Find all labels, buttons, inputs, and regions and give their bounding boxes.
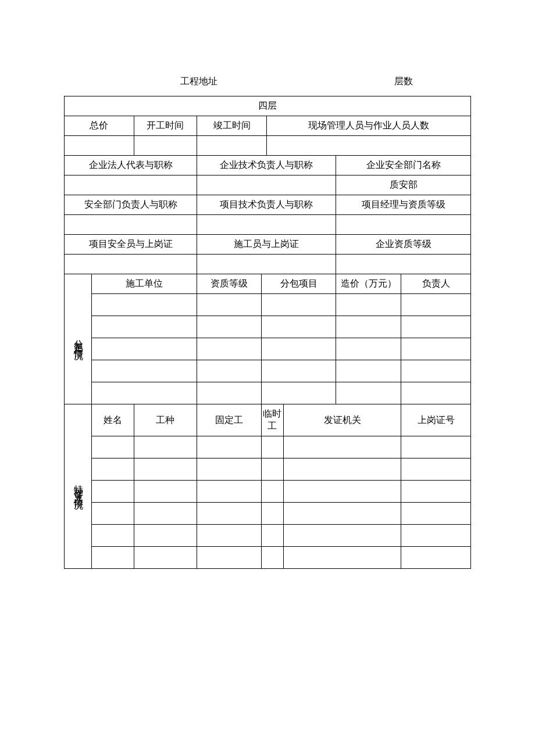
address-label: 工程地址 bbox=[180, 76, 217, 88]
main-form-table: 四层 总价 开工时间 竣工时间 现场管理人员与作业人员人数 企业法人代表与职称 … bbox=[64, 96, 471, 569]
safety-lead-label: 安全部门负责人与职称 bbox=[65, 195, 197, 215]
total-price-value bbox=[65, 136, 134, 156]
proj-mgr-value bbox=[336, 215, 471, 235]
personnel-label: 现场管理人员与作业人员人数 bbox=[267, 116, 471, 136]
tech-lead-value bbox=[197, 175, 336, 195]
sp-name-header: 姓名 bbox=[92, 404, 134, 436]
header-above-table: 工程地址 层数 bbox=[64, 76, 471, 93]
floors-label: 层数 bbox=[394, 76, 413, 88]
constructor-label: 施工员与上岗证 bbox=[197, 235, 336, 255]
special-row bbox=[65, 481, 471, 503]
sub-person-header: 负责人 bbox=[401, 274, 471, 294]
sub-qual-header: 资质等级 bbox=[197, 274, 262, 294]
sp-fixed-header: 固定工 bbox=[197, 404, 262, 436]
special-row bbox=[65, 525, 471, 547]
subcontract-row bbox=[65, 316, 471, 338]
corp-qual-label: 企业资质等级 bbox=[336, 235, 471, 255]
safety-dept-value: 质安部 bbox=[336, 175, 471, 195]
proj-tech-label: 项目技术负责人与职称 bbox=[197, 195, 336, 215]
sub-unit-header: 施工单位 bbox=[92, 274, 197, 294]
legal-rep-value bbox=[65, 175, 197, 195]
completion-date-value bbox=[197, 136, 267, 156]
sp-agency-header: 发证机关 bbox=[283, 404, 401, 436]
sub-project-header: 分包项目 bbox=[261, 274, 336, 294]
special-row bbox=[65, 436, 471, 458]
completion-date-label: 竣工时间 bbox=[197, 116, 267, 136]
sub-cost-header: 造价（万元） bbox=[336, 274, 401, 294]
constructor-value bbox=[197, 255, 336, 274]
legal-rep-label: 企业法人代表与职称 bbox=[65, 156, 197, 175]
subcontract-section-label: 分包工程情况 bbox=[65, 274, 92, 404]
total-price-label: 总价 bbox=[65, 116, 134, 136]
sp-temp-header: 临时工 bbox=[261, 404, 283, 436]
subcontract-row bbox=[65, 294, 471, 316]
floor-value: 四层 bbox=[65, 96, 471, 116]
subcontract-row bbox=[65, 382, 471, 404]
sp-type-header: 工种 bbox=[134, 404, 197, 436]
corp-qual-value bbox=[336, 255, 471, 274]
start-date-value bbox=[134, 136, 197, 156]
safety-dept-label: 企业安全部门名称 bbox=[336, 156, 471, 175]
special-row bbox=[65, 547, 471, 569]
special-section-label: 特种作业人员情况 bbox=[65, 404, 92, 569]
safety-officer-value bbox=[65, 255, 197, 274]
special-row bbox=[65, 503, 471, 525]
subcontract-row bbox=[65, 360, 471, 382]
tech-lead-label: 企业技术负责人与职称 bbox=[197, 156, 336, 175]
safety-lead-value bbox=[65, 215, 197, 235]
sp-cert-header: 上岗证号 bbox=[401, 404, 471, 436]
personnel-value bbox=[267, 136, 471, 156]
start-date-label: 开工时间 bbox=[134, 116, 197, 136]
special-row bbox=[65, 458, 471, 481]
proj-tech-value bbox=[197, 215, 336, 235]
proj-mgr-label: 项目经理与资质等级 bbox=[336, 195, 471, 215]
subcontract-row bbox=[65, 338, 471, 360]
safety-officer-label: 项目安全员与上岗证 bbox=[65, 235, 197, 255]
